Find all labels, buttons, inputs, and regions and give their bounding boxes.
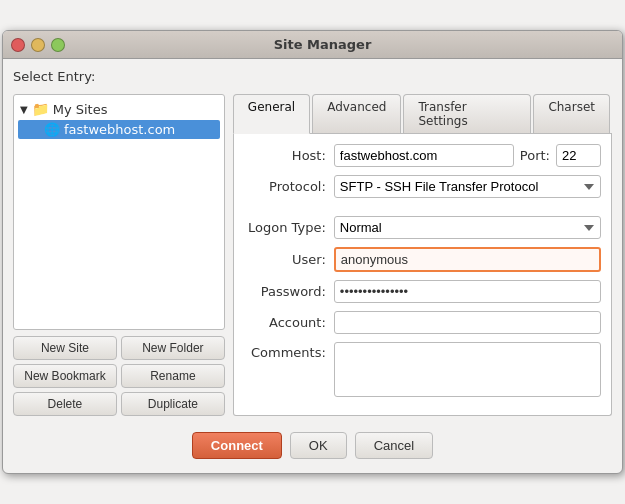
left-panel: ▼ 📁 My Sites 🌐 fastwebhost.com New Site …: [13, 94, 225, 416]
tabs: General Advanced Transfer Settings Chars…: [233, 94, 612, 134]
site-icon: 🌐: [44, 122, 60, 137]
tab-advanced[interactable]: Advanced: [312, 94, 401, 133]
rename-button[interactable]: Rename: [121, 364, 225, 388]
new-folder-button[interactable]: New Folder: [121, 336, 225, 360]
delete-button[interactable]: Delete: [13, 392, 117, 416]
tab-general[interactable]: General: [233, 94, 310, 134]
protocol-row: Protocol: FTP - File Transfer Protocol F…: [244, 175, 601, 198]
minimize-button[interactable]: [31, 38, 45, 52]
main-area: ▼ 📁 My Sites 🌐 fastwebhost.com New Site …: [13, 94, 612, 416]
new-bookmark-button[interactable]: New Bookmark: [13, 364, 117, 388]
bottom-bar: Connect OK Cancel: [13, 424, 612, 463]
duplicate-button[interactable]: Duplicate: [121, 392, 225, 416]
folder-label: My Sites: [53, 102, 108, 117]
account-row: Account:: [244, 311, 601, 334]
port-label: Port:: [520, 148, 550, 163]
window-title: Site Manager: [71, 37, 574, 52]
user-row: User:: [244, 247, 601, 272]
close-button[interactable]: [11, 38, 25, 52]
comments-label: Comments:: [244, 342, 334, 360]
comments-row: Comments:: [244, 342, 601, 397]
password-input[interactable]: [334, 280, 601, 303]
protocol-select[interactable]: FTP - File Transfer Protocol FTPS - FTP …: [334, 175, 601, 198]
folder-my-sites[interactable]: ▼ 📁 My Sites: [18, 99, 220, 119]
host-label: Host:: [244, 148, 334, 163]
site-item-fastwebhost[interactable]: 🌐 fastwebhost.com: [18, 120, 220, 139]
password-row: Password:: [244, 280, 601, 303]
host-row: Host: Port:: [244, 144, 601, 167]
tab-transfer-settings[interactable]: Transfer Settings: [403, 94, 531, 133]
maximize-button[interactable]: [51, 38, 65, 52]
comments-textarea[interactable]: [334, 342, 601, 397]
site-manager-window: Site Manager Select Entry: ▼ 📁 My Sites …: [2, 30, 623, 474]
site-label: fastwebhost.com: [64, 122, 175, 137]
port-input[interactable]: [556, 144, 601, 167]
right-panel: General Advanced Transfer Settings Chars…: [233, 94, 612, 416]
arrow-icon: ▼: [20, 104, 28, 115]
cancel-button[interactable]: Cancel: [355, 432, 433, 459]
user-input[interactable]: [334, 247, 601, 272]
left-buttons: New Site New Folder New Bookmark Rename …: [13, 336, 225, 416]
logon-select[interactable]: Anonymous Normal Ask for password Intera…: [334, 216, 601, 239]
password-label: Password:: [244, 284, 334, 299]
select-entry-label: Select Entry:: [13, 69, 612, 84]
new-site-button[interactable]: New Site: [13, 336, 117, 360]
host-input[interactable]: [334, 144, 514, 167]
ok-button[interactable]: OK: [290, 432, 347, 459]
folder-icon: 📁: [32, 101, 49, 117]
protocol-label: Protocol:: [244, 179, 334, 194]
logon-row: Logon Type: Anonymous Normal Ask for pas…: [244, 216, 601, 239]
tab-content-general: Host: Port: Protocol: FTP - File Transfe…: [233, 134, 612, 416]
account-label: Account:: [244, 315, 334, 330]
tree-container[interactable]: ▼ 📁 My Sites 🌐 fastwebhost.com: [13, 94, 225, 330]
tab-charset[interactable]: Charset: [533, 94, 610, 133]
titlebar: Site Manager: [3, 31, 622, 59]
main-content: Select Entry: ▼ 📁 My Sites 🌐 fastwebhost…: [3, 59, 622, 473]
account-input[interactable]: [334, 311, 601, 334]
user-label: User:: [244, 252, 334, 267]
logon-label: Logon Type:: [244, 220, 334, 235]
connect-button[interactable]: Connect: [192, 432, 282, 459]
